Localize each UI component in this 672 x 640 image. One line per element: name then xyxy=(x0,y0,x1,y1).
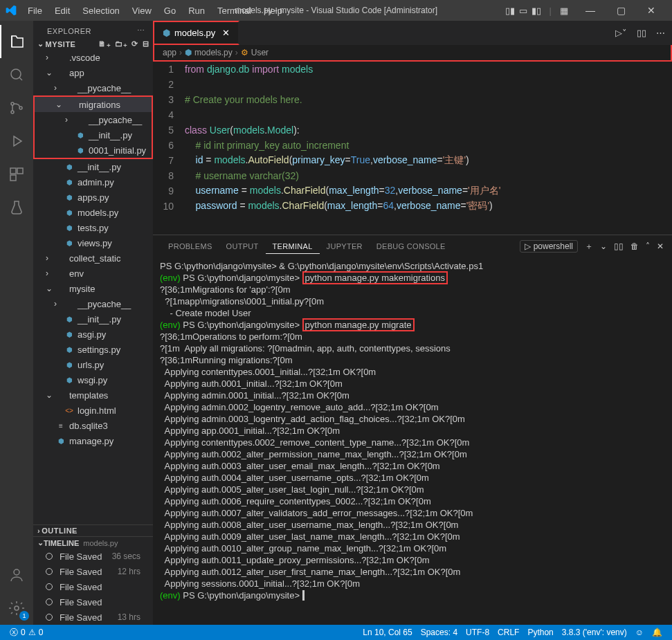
folder-__pycache__[interactable]: ›__pycache__ xyxy=(35,112,152,127)
panel-left-icon[interactable]: ▯▮ xyxy=(505,6,515,16)
debug-activity[interactable] xyxy=(0,125,33,158)
close-button[interactable]: ✕ xyxy=(636,0,666,21)
folder-migrations[interactable]: ⌄migrations xyxy=(35,97,152,112)
breadcrumb-file[interactable]: models.py xyxy=(194,48,233,57)
menu-run[interactable]: Run xyxy=(183,3,210,19)
status-spaces[interactable]: Spaces: 4 xyxy=(417,628,462,637)
panel-tab-terminal[interactable]: TERMINAL xyxy=(266,239,320,254)
search-activity[interactable] xyxy=(0,58,33,91)
extensions-activity[interactable] xyxy=(0,158,33,191)
vscode-logo-icon xyxy=(6,5,17,16)
more-icon[interactable]: ⋯ xyxy=(656,28,665,38)
panel-tabs: PROBLEMSOUTPUTTERMINALJUPYTERDEBUG CONSO… xyxy=(153,235,672,257)
explorer-header: EXPLORER ⋯ xyxy=(33,21,153,38)
close-tab-icon[interactable]: ✕ xyxy=(222,28,230,38)
folder--vscode[interactable]: ›.vscode xyxy=(33,50,153,65)
panel-right-icon[interactable]: ▮▯ xyxy=(532,6,541,16)
new-folder-icon[interactable]: 🗀₊ xyxy=(115,39,127,48)
svg-point-1 xyxy=(11,102,14,105)
outline-section[interactable]: › OUTLINE xyxy=(33,524,153,536)
menu-selection[interactable]: Selection xyxy=(77,3,125,19)
file-tests-py[interactable]: ⬢tests.py xyxy=(33,220,153,235)
status-lncol[interactable]: Ln 10, Col 65 xyxy=(358,628,416,637)
code-editor[interactable]: 1from django.db import models23# Create … xyxy=(153,62,672,235)
file-login-html[interactable]: <>login.html xyxy=(33,403,153,418)
terminal-chevron-icon[interactable]: ⌄ xyxy=(600,241,607,251)
timeline-section[interactable]: ⌄ TIMELINE models.py xyxy=(33,536,153,549)
file-views-py[interactable]: ⬢views.py xyxy=(33,235,153,250)
panel-bottom-icon[interactable]: ▭ xyxy=(519,6,527,16)
folder-mysite[interactable]: ⌄mysite xyxy=(33,281,153,296)
timeline-item[interactable]: File Saved xyxy=(33,594,153,610)
file-urls-py[interactable]: ⬢urls.py xyxy=(33,357,153,372)
file-0001_initial-py[interactable]: ⬢0001_initial.py xyxy=(35,143,152,158)
layout-icon[interactable]: ▦ xyxy=(560,6,568,16)
file-asgi-py[interactable]: ⬢asgi.py xyxy=(33,327,153,342)
testing-activity[interactable] xyxy=(0,191,33,224)
status-encoding[interactable]: UTF-8 xyxy=(462,628,493,637)
folder-env[interactable]: ›env xyxy=(33,266,153,281)
folder-app[interactable]: ⌄app xyxy=(33,65,153,80)
file-__init__-py[interactable]: ⬢__init__.py xyxy=(33,311,153,327)
activity-bar: 1 xyxy=(0,21,33,625)
run-icon[interactable]: ▷˅ xyxy=(615,28,627,38)
chevron-down-icon: ⌄ xyxy=(37,538,44,547)
kill-terminal-icon[interactable]: 🗑 xyxy=(630,241,639,251)
menu-go[interactable]: Go xyxy=(158,3,181,19)
menu-view[interactable]: View xyxy=(127,3,157,19)
timeline-item[interactable]: File Saved13 hrs xyxy=(33,610,153,625)
new-terminal-icon[interactable]: ＋ xyxy=(585,241,593,253)
file-admin-py[interactable]: ⬢admin.py xyxy=(33,174,153,190)
file-settings-py[interactable]: ⬢settings.py xyxy=(33,342,153,357)
maximize-panel-icon[interactable]: ˄ xyxy=(646,241,650,251)
new-file-icon[interactable]: 🗎₊ xyxy=(98,39,111,48)
breadcrumb-folder[interactable]: app xyxy=(163,48,176,57)
accounts-activity[interactable] xyxy=(0,558,33,592)
workspace-header[interactable]: ⌄ MYSITE 🗎₊ 🗀₊ ⟳ ⊟ xyxy=(33,38,153,50)
terminal[interactable]: PS G:\python\django\mysite> & G:\python\… xyxy=(153,257,672,625)
file-apps-py[interactable]: ⬢apps.py xyxy=(33,190,153,205)
timeline-item[interactable]: File Saved xyxy=(33,579,153,594)
folder-templates[interactable]: ⌄templates xyxy=(33,387,153,403)
file-models-py[interactable]: ⬢models.py xyxy=(33,205,153,220)
tab-models-py[interactable]: ⬢ models.py ✕ xyxy=(153,21,239,45)
timeline-item[interactable]: File Saved36 secs xyxy=(33,549,153,564)
scm-activity[interactable] xyxy=(0,91,33,125)
maximize-button[interactable]: ▢ xyxy=(606,0,636,21)
panel-tab-problems[interactable]: PROBLEMS xyxy=(161,239,219,253)
status-lang[interactable]: Python xyxy=(523,628,557,637)
settings-activity[interactable]: 1 xyxy=(0,592,33,625)
status-errors[interactable]: ⓧ 0 ⚠ 0 xyxy=(6,627,47,639)
file-wsgi-py[interactable]: ⬢wsgi.py xyxy=(33,372,153,387)
panel-tab-output[interactable]: OUTPUT xyxy=(219,239,266,253)
explorer-activity[interactable] xyxy=(0,25,33,58)
panel-tab-debug-console[interactable]: DEBUG CONSOLE xyxy=(370,239,453,253)
breadcrumb[interactable]: app › ⬢ models.py › ⚙ User xyxy=(153,45,672,62)
minimize-button[interactable]: — xyxy=(575,0,606,21)
breadcrumb-symbol[interactable]: User xyxy=(251,48,269,57)
split-terminal-icon[interactable]: ▯▯ xyxy=(614,241,624,251)
file-manage-py[interactable]: ⬢manage.py xyxy=(33,433,153,448)
collapse-icon[interactable]: ⊟ xyxy=(143,39,149,48)
svg-point-2 xyxy=(11,111,14,113)
panel-tab-jupyter[interactable]: JUPYTER xyxy=(320,239,370,253)
menu-edit[interactable]: Edit xyxy=(49,3,75,19)
split-editor-icon[interactable]: ▯▯ xyxy=(637,28,646,38)
feedback-icon[interactable]: ☺ xyxy=(631,628,648,637)
file-tree: ›.vscode⌄app›__pycache__⌄migrations›__py… xyxy=(33,50,153,524)
folder-__pycache__[interactable]: ›__pycache__ xyxy=(33,80,153,95)
refresh-icon[interactable]: ⟳ xyxy=(131,39,138,48)
menu-file[interactable]: File xyxy=(22,3,48,19)
close-panel-icon[interactable]: ✕ xyxy=(657,241,664,251)
more-icon[interactable]: ⋯ xyxy=(137,26,145,35)
terminal-shell-select[interactable]: ▷ powershell xyxy=(520,240,578,253)
file-db-sqlite3[interactable]: ≡db.sqlite3 xyxy=(33,418,153,433)
folder-__pycache__[interactable]: ›__pycache__ xyxy=(33,296,153,311)
folder-collect_static[interactable]: ›collect_static xyxy=(33,250,153,266)
file-__init__-py[interactable]: ⬢__init__.py xyxy=(33,159,153,174)
timeline-item[interactable]: File Saved12 hrs xyxy=(33,564,153,579)
status-interpreter[interactable]: 3.8.3 ('env': venv) xyxy=(558,628,631,637)
status-eol[interactable]: CRLF xyxy=(493,628,523,637)
file-__init__-py[interactable]: ⬢__init__.py xyxy=(35,127,152,143)
notifications-icon[interactable]: 🔔 xyxy=(648,628,666,637)
